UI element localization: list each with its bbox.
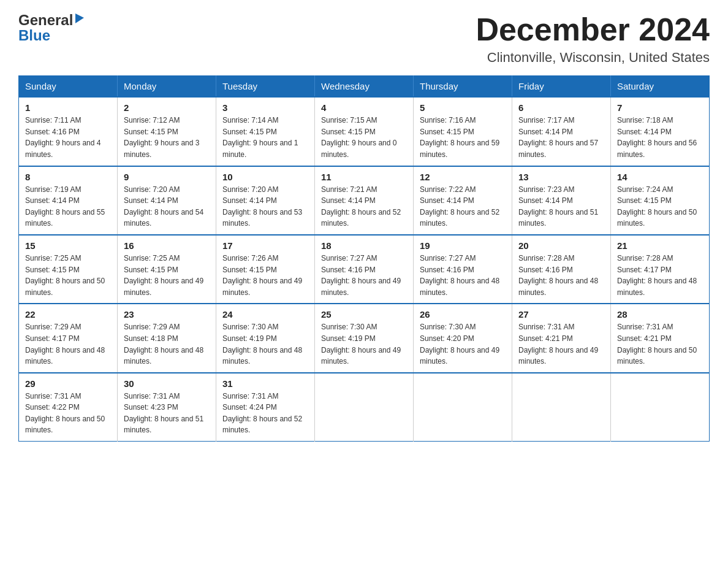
weekday-header-saturday: Saturday <box>611 76 710 98</box>
day-info: Sunrise: 7:24 AMSunset: 4:15 PMDaylight:… <box>617 184 703 229</box>
day-info: Sunrise: 7:31 AMSunset: 4:22 PMDaylight:… <box>25 391 111 436</box>
day-number: 20 <box>518 240 604 251</box>
day-number: 13 <box>518 172 604 182</box>
calendar-week-row: 8Sunrise: 7:19 AMSunset: 4:14 PMDaylight… <box>19 166 710 235</box>
calendar-cell: 24Sunrise: 7:30 AMSunset: 4:19 PMDayligh… <box>216 304 315 372</box>
calendar-cell: 9Sunrise: 7:20 AMSunset: 4:14 PMDaylight… <box>118 166 216 235</box>
calendar-cell <box>512 373 611 442</box>
day-number: 6 <box>518 102 604 113</box>
day-number: 7 <box>617 102 703 113</box>
day-number: 9 <box>124 172 210 182</box>
page-header: General Blue December 2024 Clintonville,… <box>18 12 710 66</box>
day-info: Sunrise: 7:27 AMSunset: 4:16 PMDaylight:… <box>420 253 506 298</box>
calendar-cell: 28Sunrise: 7:31 AMSunset: 4:21 PMDayligh… <box>611 304 710 372</box>
calendar-cell: 6Sunrise: 7:17 AMSunset: 4:14 PMDaylight… <box>512 97 611 166</box>
day-info: Sunrise: 7:27 AMSunset: 4:16 PMDaylight:… <box>321 253 407 298</box>
day-info: Sunrise: 7:28 AMSunset: 4:16 PMDaylight:… <box>518 253 604 298</box>
calendar-cell: 23Sunrise: 7:29 AMSunset: 4:18 PMDayligh… <box>118 304 216 372</box>
calendar-cell: 14Sunrise: 7:24 AMSunset: 4:15 PMDayligh… <box>611 166 710 235</box>
day-number: 29 <box>25 378 111 389</box>
day-number: 28 <box>617 309 703 320</box>
day-number: 3 <box>222 102 308 113</box>
day-info: Sunrise: 7:30 AMSunset: 4:19 PMDaylight:… <box>222 321 308 367</box>
day-number: 23 <box>124 309 210 320</box>
svg-marker-0 <box>75 13 84 23</box>
day-info: Sunrise: 7:21 AMSunset: 4:14 PMDaylight:… <box>321 184 407 229</box>
calendar-cell: 16Sunrise: 7:25 AMSunset: 4:15 PMDayligh… <box>118 235 216 304</box>
calendar-cell: 4Sunrise: 7:15 AMSunset: 4:15 PMDaylight… <box>315 97 414 166</box>
day-number: 18 <box>321 240 407 251</box>
day-number: 14 <box>617 172 703 182</box>
calendar-cell: 27Sunrise: 7:31 AMSunset: 4:21 PMDayligh… <box>512 304 611 372</box>
day-info: Sunrise: 7:20 AMSunset: 4:14 PMDaylight:… <box>124 184 210 229</box>
calendar-cell: 30Sunrise: 7:31 AMSunset: 4:23 PMDayligh… <box>118 373 216 442</box>
calendar-cell: 15Sunrise: 7:25 AMSunset: 4:15 PMDayligh… <box>19 235 118 304</box>
day-info: Sunrise: 7:22 AMSunset: 4:14 PMDaylight:… <box>420 184 506 229</box>
day-info: Sunrise: 7:23 AMSunset: 4:14 PMDaylight:… <box>518 184 604 229</box>
weekday-header-thursday: Thursday <box>414 76 512 98</box>
calendar-week-row: 15Sunrise: 7:25 AMSunset: 4:15 PMDayligh… <box>19 235 710 304</box>
calendar-cell <box>611 373 710 442</box>
calendar-cell: 3Sunrise: 7:14 AMSunset: 4:15 PMDaylight… <box>216 97 315 166</box>
day-number: 16 <box>124 240 210 251</box>
weekday-header-monday: Monday <box>118 76 216 98</box>
calendar-cell: 22Sunrise: 7:29 AMSunset: 4:17 PMDayligh… <box>19 304 118 372</box>
calendar-cell: 2Sunrise: 7:12 AMSunset: 4:15 PMDaylight… <box>118 97 216 166</box>
logo-blue-text: Blue <box>18 27 50 44</box>
day-number: 27 <box>518 309 604 320</box>
day-info: Sunrise: 7:30 AMSunset: 4:20 PMDaylight:… <box>420 321 506 367</box>
calendar-week-row: 22Sunrise: 7:29 AMSunset: 4:17 PMDayligh… <box>19 304 710 372</box>
day-info: Sunrise: 7:12 AMSunset: 4:15 PMDaylight:… <box>124 115 210 160</box>
day-info: Sunrise: 7:17 AMSunset: 4:14 PMDaylight:… <box>518 115 604 160</box>
day-info: Sunrise: 7:28 AMSunset: 4:17 PMDaylight:… <box>617 253 703 298</box>
day-info: Sunrise: 7:25 AMSunset: 4:15 PMDaylight:… <box>25 253 111 298</box>
day-number: 5 <box>420 102 506 113</box>
weekday-header-sunday: Sunday <box>19 76 118 98</box>
day-info: Sunrise: 7:29 AMSunset: 4:17 PMDaylight:… <box>25 321 111 367</box>
day-info: Sunrise: 7:25 AMSunset: 4:15 PMDaylight:… <box>124 253 210 298</box>
day-number: 19 <box>420 240 506 251</box>
day-number: 11 <box>321 172 407 182</box>
day-number: 25 <box>321 309 407 320</box>
calendar-cell: 19Sunrise: 7:27 AMSunset: 4:16 PMDayligh… <box>414 235 512 304</box>
day-info: Sunrise: 7:15 AMSunset: 4:15 PMDaylight:… <box>321 115 407 160</box>
day-info: Sunrise: 7:11 AMSunset: 4:16 PMDaylight:… <box>25 115 111 160</box>
day-number: 31 <box>222 378 308 389</box>
calendar-cell: 11Sunrise: 7:21 AMSunset: 4:14 PMDayligh… <box>315 166 414 235</box>
day-number: 17 <box>222 240 308 251</box>
logo-triangle-icon <box>74 12 85 23</box>
calendar-cell: 29Sunrise: 7:31 AMSunset: 4:22 PMDayligh… <box>19 373 118 442</box>
day-info: Sunrise: 7:31 AMSunset: 4:23 PMDaylight:… <box>124 391 210 436</box>
calendar-cell: 26Sunrise: 7:30 AMSunset: 4:20 PMDayligh… <box>414 304 512 372</box>
calendar-cell: 31Sunrise: 7:31 AMSunset: 4:24 PMDayligh… <box>216 373 315 442</box>
day-number: 2 <box>124 102 210 113</box>
month-title: December 2024 <box>476 12 710 47</box>
day-info: Sunrise: 7:16 AMSunset: 4:15 PMDaylight:… <box>420 115 506 160</box>
calendar-cell: 12Sunrise: 7:22 AMSunset: 4:14 PMDayligh… <box>414 166 512 235</box>
day-info: Sunrise: 7:20 AMSunset: 4:14 PMDaylight:… <box>222 184 308 229</box>
day-info: Sunrise: 7:31 AMSunset: 4:21 PMDaylight:… <box>617 321 703 367</box>
day-info: Sunrise: 7:14 AMSunset: 4:15 PMDaylight:… <box>222 115 308 160</box>
calendar-cell: 1Sunrise: 7:11 AMSunset: 4:16 PMDaylight… <box>19 97 118 166</box>
calendar-cell <box>315 373 414 442</box>
calendar-cell: 25Sunrise: 7:30 AMSunset: 4:19 PMDayligh… <box>315 304 414 372</box>
day-info: Sunrise: 7:30 AMSunset: 4:19 PMDaylight:… <box>321 321 407 367</box>
day-number: 4 <box>321 102 407 113</box>
day-number: 10 <box>222 172 308 182</box>
day-info: Sunrise: 7:18 AMSunset: 4:14 PMDaylight:… <box>617 115 703 160</box>
calendar-cell: 5Sunrise: 7:16 AMSunset: 4:15 PMDaylight… <box>414 97 512 166</box>
weekday-header-tuesday: Tuesday <box>216 76 315 98</box>
logo-general-text: General <box>18 12 73 28</box>
day-number: 15 <box>25 240 111 251</box>
day-number: 24 <box>222 309 308 320</box>
calendar-cell: 10Sunrise: 7:20 AMSunset: 4:14 PMDayligh… <box>216 166 315 235</box>
day-number: 8 <box>25 172 111 182</box>
calendar-cell: 8Sunrise: 7:19 AMSunset: 4:14 PMDaylight… <box>19 166 118 235</box>
day-number: 30 <box>124 378 210 389</box>
calendar-cell: 18Sunrise: 7:27 AMSunset: 4:16 PMDayligh… <box>315 235 414 304</box>
calendar-table: SundayMondayTuesdayWednesdayThursdayFrid… <box>18 75 710 442</box>
calendar-week-row: 29Sunrise: 7:31 AMSunset: 4:22 PMDayligh… <box>19 373 710 442</box>
logo[interactable]: General Blue <box>18 12 85 44</box>
day-number: 1 <box>25 102 111 113</box>
day-info: Sunrise: 7:31 AMSunset: 4:21 PMDaylight:… <box>518 321 604 367</box>
